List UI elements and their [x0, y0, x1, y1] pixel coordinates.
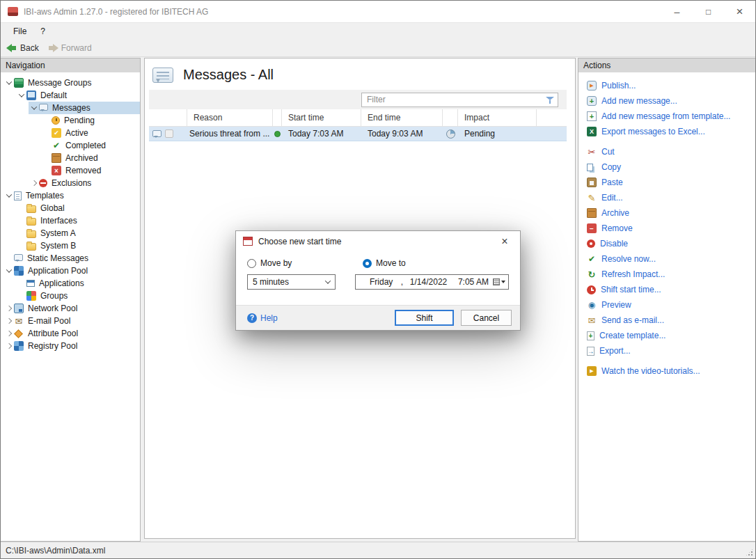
column-header-status[interactable]	[273, 109, 282, 127]
back-button[interactable]: Back	[3, 42, 45, 54]
action-cut[interactable]: Cut	[578, 144, 755, 159]
exclusions-icon	[39, 179, 47, 187]
attribute-pool-icon	[14, 329, 23, 338]
tree-item-groups[interactable]: Groups	[16, 290, 140, 302]
action-add-new-message[interactable]: Add new message...	[578, 93, 755, 109]
action-copy[interactable]: Copy	[578, 159, 755, 175]
menu-help[interactable]: ?	[33, 23, 52, 40]
tree-item-system-b[interactable]: System B	[16, 239, 140, 252]
filter-funnel-icon[interactable]	[545, 95, 555, 105]
tree-item-removed[interactable]: Removed	[41, 164, 140, 177]
menu-file[interactable]: File	[6, 23, 33, 40]
action-label: Edit...	[601, 193, 623, 203]
minimize-button[interactable]: –	[661, 1, 693, 22]
tree-item-archived[interactable]: Archived	[41, 152, 140, 164]
dialog-close-button[interactable]: ×	[489, 231, 520, 251]
column-header-start-time[interactable]: Start time	[282, 109, 361, 127]
action-paste[interactable]: Paste	[578, 175, 755, 190]
maximize-button[interactable]: □	[693, 1, 724, 22]
add-message-icon	[587, 96, 597, 106]
chevron-expanded-icon[interactable]	[3, 194, 14, 198]
filter-strip	[149, 90, 567, 109]
tree-item-static-messages[interactable]: Static Messages	[3, 252, 140, 265]
tree-item-registry-pool[interactable]: Registry Pool	[3, 340, 140, 352]
action-edit[interactable]: Edit...	[578, 190, 755, 205]
tree-item-system-a[interactable]: System A	[16, 227, 140, 239]
filter-input[interactable]	[361, 93, 558, 107]
network-pool-icon	[14, 304, 24, 313]
action-label: Cut	[601, 147, 615, 157]
tree-item-default[interactable]: Default	[16, 89, 140, 102]
chevron-collapsed-icon[interactable]	[29, 181, 39, 185]
action-resolve-now[interactable]: Resolve now...	[578, 251, 755, 267]
message-bubble-icon	[152, 130, 162, 137]
status-bar: C:\IBI-aws\Admin\Data.xml	[1, 542, 755, 558]
chevron-collapsed-icon[interactable]	[3, 319, 14, 323]
tree-item-interfaces[interactable]: Interfaces	[16, 214, 140, 227]
tree-item-attribute-pool[interactable]: Attribute Pool	[3, 327, 140, 340]
help-link[interactable]: Help	[247, 313, 278, 323]
action-export-messages-to-excel[interactable]: Export messages to Excel...	[578, 124, 755, 139]
tree-item-templates[interactable]: Templates	[3, 189, 140, 202]
action-send-as-e-mail[interactable]: Send as e-mail...	[578, 313, 755, 328]
action-export[interactable]: Export...	[578, 343, 755, 359]
action-disable[interactable]: Disable	[578, 236, 755, 251]
column-header-impact-icon[interactable]	[443, 109, 458, 127]
action-shift-start-time[interactable]: Shift start time...	[578, 282, 755, 297]
action-publish[interactable]: Publish...	[578, 78, 755, 93]
table-header: Reason Start time End time Impact	[149, 109, 567, 127]
tree-item-messages[interactable]: Messages	[29, 102, 140, 114]
action-watch-the-video-tutorials[interactable]: Watch the video-tutorials...	[578, 363, 755, 379]
action-preview[interactable]: Preview	[578, 297, 755, 313]
action-add-new-message-from-template[interactable]: Add new message from template...	[578, 109, 755, 124]
chevron-expanded-icon[interactable]	[29, 106, 39, 110]
action-refresh-impact[interactable]: Refresh Impact...	[578, 267, 755, 282]
chevron-expanded-icon[interactable]	[3, 81, 14, 85]
tree-item-exclusions[interactable]: Exclusions	[29, 177, 140, 189]
status-text: C:\IBI-aws\Admin\Data.xml	[6, 546, 105, 556]
datetime-day[interactable]: Friday	[370, 277, 401, 287]
tree-item-applications[interactable]: Applications	[16, 277, 140, 290]
tree-item-global[interactable]: Global	[16, 202, 140, 214]
excel-icon	[587, 127, 597, 136]
chevron-collapsed-icon[interactable]	[3, 344, 14, 348]
tree-item-pending[interactable]: Pending	[41, 114, 140, 127]
datetime-picker[interactable]: Friday , 1/14/2022 7:05 AM	[355, 274, 509, 290]
datetime-time[interactable]: 7:05 AM	[458, 277, 492, 287]
shift-button[interactable]: Shift	[395, 310, 454, 326]
chevron-collapsed-icon[interactable]	[3, 331, 14, 336]
action-create-template[interactable]: Create template...	[578, 328, 755, 343]
table-row[interactable]: Serious threat from ... Today 7:03 AM To…	[149, 127, 567, 141]
column-header-impact[interactable]: Impact	[458, 109, 537, 127]
tree-item-message-groups[interactable]: Message Groups	[3, 77, 140, 89]
shift-time-icon	[587, 285, 596, 294]
filter-box	[361, 93, 558, 107]
move-to-radio[interactable]: Move to	[363, 258, 406, 268]
tree-item-e-mail-pool[interactable]: E-mail Pool	[3, 315, 140, 327]
chevron-expanded-icon[interactable]	[16, 93, 26, 97]
cancel-button[interactable]: Cancel	[461, 310, 512, 326]
move-by-radio[interactable]: Move by	[247, 258, 363, 268]
cell-impact-icon	[443, 127, 458, 141]
groups-icon	[26, 291, 36, 301]
tree-item-application-pool[interactable]: Application Pool	[3, 265, 140, 277]
resize-grip[interactable]	[745, 548, 754, 557]
action-archive[interactable]: Archive	[578, 205, 755, 221]
datetime-date[interactable]: 1/14/2022	[410, 277, 458, 287]
chevron-collapsed-icon[interactable]	[3, 306, 14, 310]
column-header-reason[interactable]: Reason	[187, 109, 273, 127]
column-header-end-time[interactable]: End time	[361, 109, 443, 127]
messages-icon	[39, 104, 48, 111]
tree-item-completed[interactable]: Completed	[41, 139, 140, 152]
action-label: Add new message from template...	[601, 111, 730, 121]
forward-button[interactable]: Forward	[45, 42, 97, 54]
calendar-dropdown-button[interactable]	[491, 275, 506, 289]
tree-item-active[interactable]: Active	[41, 127, 140, 139]
action-remove[interactable]: Remove	[578, 221, 755, 236]
move-by-select[interactable]: 5 minutes	[247, 274, 336, 290]
column-header-icons[interactable]	[149, 109, 187, 127]
close-button[interactable]: ×	[724, 1, 755, 22]
tree-item-network-pool[interactable]: Network Pool	[3, 302, 140, 315]
navigation-panel: Navigation Message GroupsDefaultMessages…	[1, 58, 141, 542]
chevron-expanded-icon[interactable]	[3, 269, 14, 273]
